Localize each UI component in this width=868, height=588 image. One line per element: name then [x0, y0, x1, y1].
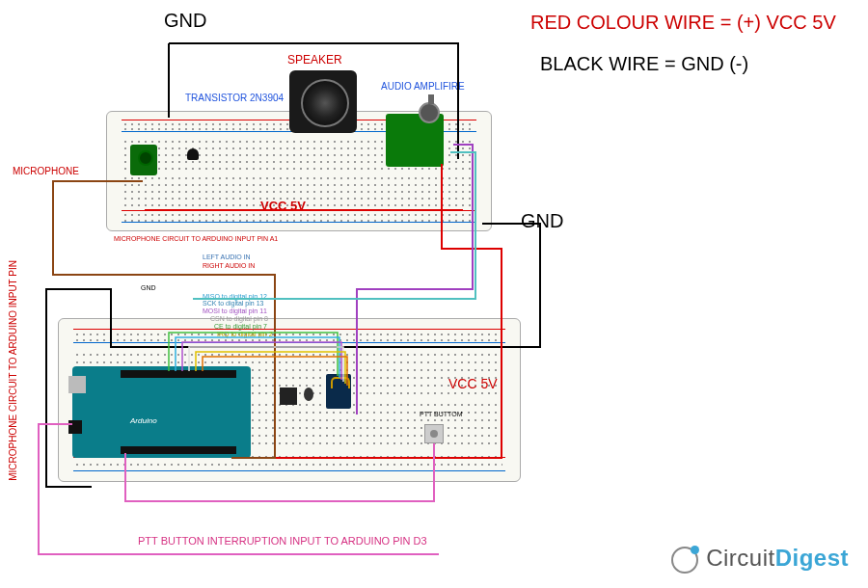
wiring-layer — [0, 0, 868, 588]
